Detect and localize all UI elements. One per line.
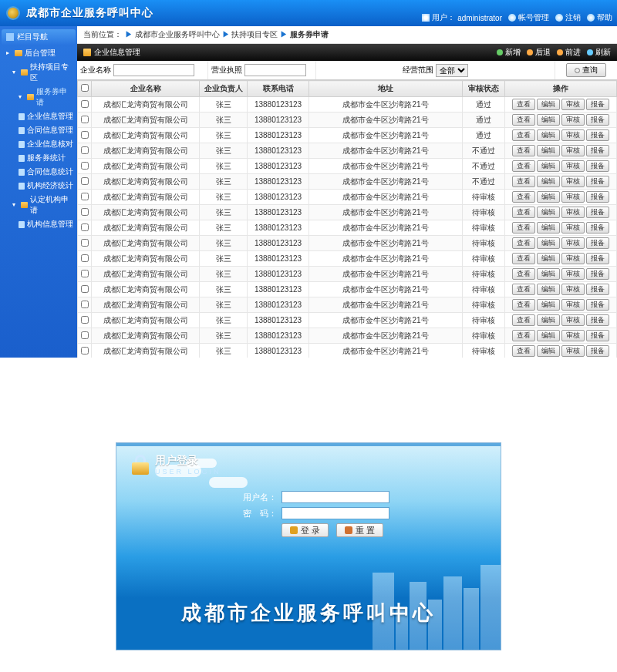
op-button-1[interactable]: 编辑 [537,253,560,264]
op-button-3[interactable]: 报备 [586,284,609,295]
op-button-1[interactable]: 编辑 [537,176,560,187]
row-checkbox[interactable] [81,270,89,277]
select-all-checkbox[interactable] [81,84,89,92]
op-button-2[interactable]: 审核 [561,253,585,264]
crumb-item[interactable]: 成都市企业服务呼叫中心 [135,30,220,39]
op-button-1[interactable]: 编辑 [537,284,560,295]
op-button-3[interactable]: 报备 [586,114,609,126]
op-button-1[interactable]: 编辑 [537,237,560,249]
row-checkbox[interactable] [81,316,89,324]
login-pass-input[interactable] [282,507,389,519]
op-button-1[interactable]: 编辑 [537,160,560,172]
op-button-0[interactable]: 查看 [512,145,535,156]
op-button-3[interactable]: 报备 [586,222,609,234]
header-link-1[interactable]: 注销 [555,12,581,23]
crumb-item[interactable]: 服务券申请 [290,30,329,39]
op-button-0[interactable]: 查看 [512,191,535,203]
op-button-2[interactable]: 审核 [561,114,585,126]
sidebar-item-6[interactable]: 服务券统计 [2,151,76,165]
op-button-3[interactable]: 报备 [586,253,609,264]
sidebar-item-3[interactable]: 企业信息管理 [2,109,76,123]
row-checkbox[interactable] [81,254,89,262]
sidebar-item-4[interactable]: 合同信息管理 [2,123,76,137]
op-button-3[interactable]: 报备 [586,314,609,326]
op-button-0[interactable]: 查看 [512,268,535,280]
op-button-0[interactable]: 查看 [512,284,535,295]
op-button-3[interactable]: 报备 [586,207,609,218]
row-checkbox[interactable] [81,208,89,216]
op-button-3[interactable]: 报备 [586,299,609,311]
sidebar-item-8[interactable]: 机构经济统计 [2,179,76,193]
op-button-0[interactable]: 查看 [512,299,535,311]
op-button-1[interactable]: 编辑 [537,345,560,357]
op-button-0[interactable]: 查看 [512,114,535,126]
filter-license-input[interactable] [244,64,306,76]
filter-name-input[interactable] [113,64,194,76]
op-button-3[interactable]: 报备 [586,268,609,280]
op-button-1[interactable]: 编辑 [537,145,560,156]
op-button-1[interactable]: 编辑 [537,114,560,126]
op-button-1[interactable]: 编辑 [537,268,560,280]
row-checkbox[interactable] [81,131,89,139]
op-button-0[interactable]: 查看 [512,330,535,341]
row-checkbox[interactable] [81,223,89,231]
row-checkbox[interactable] [81,146,89,154]
op-button-2[interactable]: 审核 [561,330,585,341]
row-checkbox[interactable] [81,239,89,247]
op-button-1[interactable]: 编辑 [537,99,560,110]
row-checkbox[interactable] [81,301,89,308]
op-button-1[interactable]: 编辑 [537,299,560,311]
op-button-2[interactable]: 审核 [561,345,585,357]
login-user-input[interactable] [282,491,389,503]
op-button-2[interactable]: 审核 [561,222,585,234]
sidebar-item-7[interactable]: 合同信息统计 [2,165,76,179]
login-reset-button[interactable]: 重 置 [336,523,383,537]
op-button-1[interactable]: 编辑 [537,207,560,218]
row-checkbox[interactable] [81,116,89,123]
filter-scope-select[interactable]: 全部 [436,64,468,77]
sidebar-item-10[interactable]: 机构信息管理 [2,217,76,231]
crumb-item[interactable]: 扶持项目专区 [231,30,278,39]
op-button-3[interactable]: 报备 [586,237,609,249]
row-checkbox[interactable] [81,177,89,185]
op-button-3[interactable]: 报备 [586,99,609,110]
op-button-2[interactable]: 审核 [561,207,585,218]
op-button-0[interactable]: 查看 [512,345,535,357]
op-button-3[interactable]: 报备 [586,145,609,156]
op-button-1[interactable]: 编辑 [537,330,560,341]
op-button-2[interactable]: 审核 [561,145,585,156]
op-button-1[interactable]: 编辑 [537,314,560,326]
header-link-2[interactable]: 帮助 [587,12,612,23]
sidebar-item-0[interactable]: ▸后台管理 [2,46,76,60]
toolbar-action-3[interactable]: 刷新 [587,47,611,58]
op-button-2[interactable]: 审核 [561,268,585,280]
op-button-1[interactable]: 编辑 [537,191,560,203]
sidebar-item-5[interactable]: 企业信息核对 [2,137,76,151]
op-button-0[interactable]: 查看 [512,160,535,172]
row-checkbox[interactable] [81,193,89,200]
op-button-2[interactable]: 审核 [561,314,585,326]
op-button-0[interactable]: 查看 [512,207,535,218]
sidebar-item-1[interactable]: ▾扶持项目专区 [2,60,76,85]
op-button-0[interactable]: 查看 [512,129,535,141]
login-submit-button[interactable]: 登 录 [282,523,329,537]
op-button-0[interactable]: 查看 [512,253,535,264]
op-button-3[interactable]: 报备 [586,330,609,341]
toolbar-action-1[interactable]: 后退 [527,47,551,58]
op-button-2[interactable]: 审核 [561,237,585,249]
op-button-2[interactable]: 审核 [561,299,585,311]
row-checkbox[interactable] [81,162,89,170]
sidebar-item-9[interactable]: ▾认定机构申请 [2,193,76,217]
op-button-2[interactable]: 审核 [561,284,585,295]
op-button-3[interactable]: 报备 [586,129,609,141]
op-button-1[interactable]: 编辑 [537,222,560,234]
toolbar-action-0[interactable]: 新增 [497,47,521,58]
op-button-0[interactable]: 查看 [512,237,535,249]
op-button-0[interactable]: 查看 [512,222,535,234]
op-button-2[interactable]: 审核 [561,160,585,172]
op-button-0[interactable]: 查看 [512,176,535,187]
toolbar-action-2[interactable]: 前进 [557,47,581,58]
op-button-3[interactable]: 报备 [586,191,609,203]
op-button-0[interactable]: 查看 [512,99,535,110]
row-checkbox[interactable] [81,347,89,354]
